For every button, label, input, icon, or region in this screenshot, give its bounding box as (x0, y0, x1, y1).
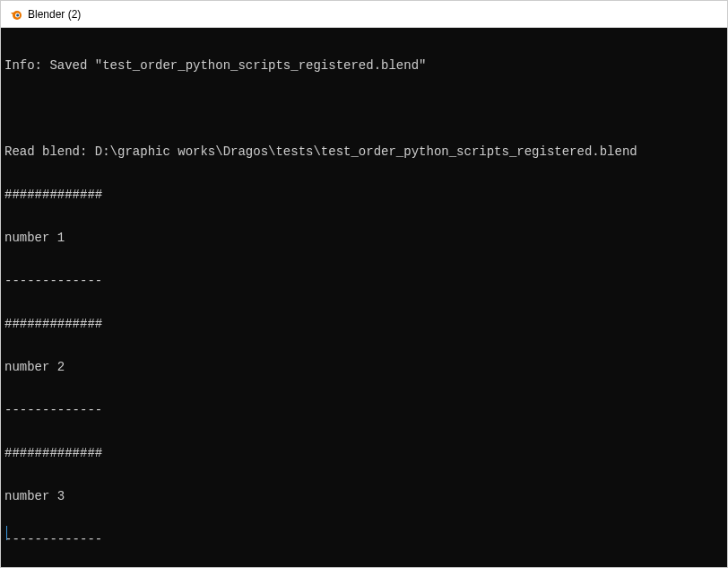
window: Blender (2) Info: Saved "test_order_pyth… (0, 0, 728, 568)
console-line: ############# (4, 188, 724, 202)
console-line: number 2 (4, 360, 724, 374)
titlebar[interactable]: Blender (2) (1, 1, 727, 28)
console-line (4, 101, 724, 116)
window-title: Blender (2) (28, 8, 81, 21)
console-line: ------------- (4, 403, 724, 417)
svg-point-2 (16, 13, 19, 16)
text-cursor (6, 526, 7, 540)
console-line: ------------- (4, 532, 724, 546)
console-line: number 3 (4, 489, 724, 503)
blender-icon (8, 7, 22, 22)
console-line: Info: Saved "test_order_python_scripts_r… (4, 58, 724, 73)
console-line: number 1 (4, 231, 724, 245)
console-line: ------------- (4, 274, 724, 288)
console-line: Read blend: D:\graphic works\Dragos\test… (4, 144, 724, 159)
console-line: ############# (4, 317, 724, 331)
console-line: ############# (4, 446, 724, 460)
console-output[interactable]: Info: Saved "test_order_python_scripts_r… (1, 28, 727, 567)
